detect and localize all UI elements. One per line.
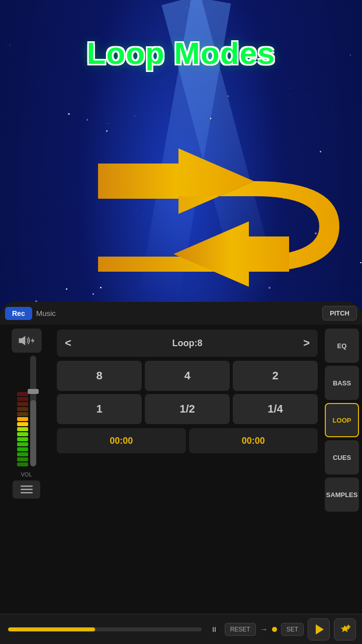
cues-button[interactable]: CUES xyxy=(325,440,359,474)
beat-button-2[interactable]: 2 xyxy=(233,361,318,391)
samples-button[interactable]: SAMPLES xyxy=(325,477,359,512)
volume-slider[interactable] xyxy=(30,356,36,466)
vu-meter xyxy=(17,356,28,466)
svg-marker-4 xyxy=(19,336,25,346)
svg-rect-10 xyxy=(346,626,350,627)
time-row: 00:00 00:00 xyxy=(57,428,318,453)
volume-handle[interactable] xyxy=(28,389,39,394)
progress-fill xyxy=(8,627,95,631)
loop-button[interactable]: LOOP xyxy=(325,403,359,437)
pause-button[interactable]: ⏸ xyxy=(208,623,221,635)
time-display-left: 00:00 xyxy=(57,428,186,453)
add-music-button[interactable] xyxy=(334,618,356,640)
play-triangle-icon xyxy=(316,624,324,634)
loop-label: Loop:8 xyxy=(172,338,203,349)
beat-grid: 8 4 2 1 1/2 1/4 xyxy=(57,361,318,424)
svg-marker-5 xyxy=(31,338,34,344)
svg-marker-2 xyxy=(98,148,254,214)
beat-button-half[interactable]: 1/2 xyxy=(145,394,230,424)
beat-button-quarter[interactable]: 1/4 xyxy=(233,394,318,424)
tab-rec[interactable]: Rec xyxy=(5,307,32,320)
svg-rect-7 xyxy=(21,489,33,491)
time-display-right: 00:00 xyxy=(189,428,318,453)
left-panel: VOL xyxy=(0,325,53,614)
loop-header: < Loop:8 > xyxy=(57,330,318,357)
loop-arrows-overlay xyxy=(40,148,347,304)
pitch-button[interactable]: PITCH xyxy=(322,306,357,320)
svg-marker-3 xyxy=(173,221,289,287)
transport-bar: ⏸ RESET → SET xyxy=(0,614,362,644)
loop-prev-button[interactable]: < xyxy=(65,337,71,350)
play-button[interactable] xyxy=(308,618,330,640)
volume-fill xyxy=(30,400,36,466)
eq-button[interactable]: EQ xyxy=(325,329,359,363)
beat-button-1[interactable]: 1 xyxy=(57,394,142,424)
tab-music[interactable]: Music xyxy=(36,309,56,317)
reset-button[interactable]: RESET xyxy=(225,623,256,636)
svg-rect-6 xyxy=(21,486,33,487)
beat-button-8[interactable]: 8 xyxy=(57,361,142,391)
progress-bar[interactable] xyxy=(8,627,202,631)
center-panel: < Loop:8 > 8 4 2 1 1/2 1/4 00:00 00:00 xyxy=(53,325,322,614)
bass-button[interactable]: BASS xyxy=(325,366,359,400)
tab-bar: Rec Music PITCH xyxy=(0,302,362,325)
dj-main-content: VOL < Loop:8 > 8 4 2 1 xyxy=(0,325,362,614)
dj-device-frame: Rec Music PITCH xyxy=(0,302,362,644)
svg-rect-8 xyxy=(21,492,33,494)
dot-indicator xyxy=(272,627,277,632)
menu-button[interactable] xyxy=(13,480,40,499)
page-title: Loop Modes xyxy=(0,35,362,71)
loop-next-button[interactable]: > xyxy=(303,337,310,350)
beat-button-4[interactable]: 4 xyxy=(145,361,230,391)
volume-section xyxy=(4,356,49,466)
set-button[interactable]: SET xyxy=(281,623,304,636)
transport-arrow-icon: → xyxy=(260,625,268,634)
volume-label: VOL xyxy=(21,471,32,477)
right-panel: EQ BASS LOOP CUES SAMPLES xyxy=(322,325,362,614)
speaker-icon xyxy=(12,329,42,353)
